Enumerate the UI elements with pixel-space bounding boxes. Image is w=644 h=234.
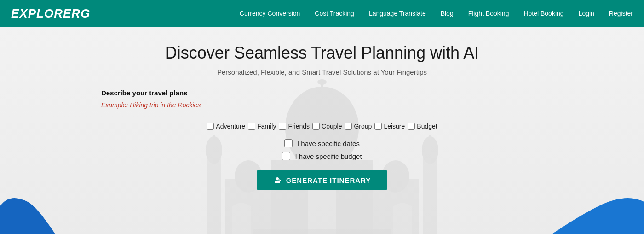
checkbox-couple[interactable]: Couple [312, 123, 342, 130]
travel-plans-label: Describe your travel plans [101, 89, 543, 97]
specific-budget-label: I have specific budget [295, 152, 362, 160]
blue-corner-left [0, 193, 55, 234]
checkbox-leisure-input[interactable] [374, 123, 382, 130]
specific-budget-checkbox[interactable] [282, 152, 290, 160]
travel-input-wrapper [101, 99, 543, 111]
hero-subtitle: Personalized, Flexible, and Smart Travel… [217, 68, 427, 76]
checkbox-family[interactable]: Family [248, 123, 276, 130]
checkbox-leisure-label: Leisure [384, 123, 405, 130]
nav-cost-tracking[interactable]: Cost Tracking [315, 10, 354, 17]
checkbox-family-label: Family [257, 123, 276, 130]
checkbox-friends-input[interactable] [279, 123, 286, 130]
specific-budget-item[interactable]: I have specific budget [282, 152, 362, 160]
hero-title: Discover Seamless Travel Planning with A… [165, 43, 479, 63]
specific-dates-label: I have specific dates [297, 140, 360, 147]
nav-register[interactable]: Register [609, 10, 633, 17]
travel-input[interactable] [101, 99, 543, 111]
checkbox-group-input[interactable] [345, 123, 352, 130]
logo[interactable]: EXPLORERG [11, 6, 90, 21]
hero-content: Discover Seamless Travel Planning with A… [0, 27, 644, 190]
checkbox-budget-label: Budget [417, 123, 437, 130]
svg-rect-14 [253, 229, 391, 234]
nav-language-translate[interactable]: Language Translate [369, 10, 426, 17]
checkbox-adventure[interactable]: Adventure [207, 123, 245, 130]
checkbox-family-input[interactable] [248, 123, 255, 130]
nav-blog[interactable]: Blog [441, 10, 454, 17]
checkbox-friends[interactable]: Friends [279, 123, 310, 130]
specific-dates-item[interactable]: I have specific dates [284, 139, 360, 147]
specific-dates-checkbox[interactable] [284, 139, 293, 147]
nav-flight-booking[interactable]: Flight Booking [468, 10, 509, 17]
checkbox-adventure-input[interactable] [207, 123, 214, 130]
nav-login[interactable]: Login [579, 10, 594, 17]
travel-plans-section: Describe your travel plans [101, 89, 543, 123]
nav-currency-conversion[interactable]: Currency Conversion [240, 10, 300, 17]
checkbox-group[interactable]: Group [345, 123, 372, 130]
checkbox-adventure-label: Adventure [216, 123, 245, 130]
checkbox-group-label: Group [354, 123, 372, 130]
travel-type-checkboxes: Adventure Family Friends Couple Group Le… [207, 123, 437, 130]
blue-corner-right [552, 193, 644, 234]
checkbox-budget[interactable]: Budget [408, 123, 437, 130]
checkbox-friends-label: Friends [288, 123, 310, 130]
checkbox-leisure[interactable]: Leisure [374, 123, 405, 130]
specific-options: I have specific dates I have specific bu… [282, 139, 362, 160]
checkbox-budget-input[interactable] [408, 123, 415, 130]
nav-hotel-booking[interactable]: Hotel Booking [523, 10, 564, 17]
generate-itinerary-button[interactable]: GENERATE ITINERARY [257, 170, 388, 190]
navbar: EXPLORERG Currency Conversion Cost Track… [0, 0, 644, 27]
checkbox-couple-label: Couple [322, 123, 342, 130]
svg-point-15 [276, 177, 279, 180]
generate-button-label: GENERATE ITINERARY [286, 176, 371, 184]
nav-links: Currency Conversion Cost Tracking Langua… [240, 10, 633, 17]
hero-section: Discover Seamless Travel Planning with A… [0, 27, 644, 234]
checkbox-couple-input[interactable] [312, 123, 320, 130]
itinerary-icon [273, 176, 282, 184]
